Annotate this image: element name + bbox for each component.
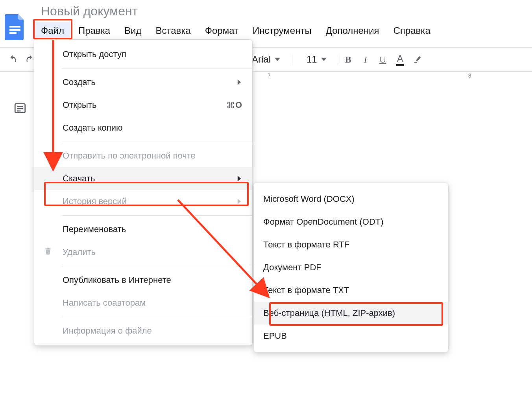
divider [62, 142, 252, 142]
submenu-arrow-icon [236, 79, 242, 85]
divider [62, 317, 252, 317]
docs-logo-icon[interactable] [5, 14, 25, 40]
download-pdf[interactable]: Документ PDF [254, 256, 448, 279]
font-family-select[interactable]: Arial [252, 54, 271, 65]
file-menu-dropdown: Открыть доступ Создать Открыть O Создать… [34, 39, 253, 346]
download-docx[interactable]: Microsoft Word (DOCX) [254, 188, 448, 210]
download-pdf-label: Документ PDF [263, 262, 321, 273]
download-html-label: Веб-страница (HTML, ZIP-архив) [263, 308, 395, 318]
menu-email-collaborators: Написать соавторам [34, 292, 252, 314]
menu-new[interactable]: Создать [34, 71, 252, 94]
menu-new-label: Создать [63, 77, 96, 87]
menu-details[interactable]: Информация о файле [34, 319, 252, 342]
menu-open[interactable]: Открыть O [34, 94, 252, 116]
divider [62, 68, 252, 68]
menu-download[interactable]: Скачать [34, 167, 252, 190]
command-key-icon [227, 101, 235, 109]
caret-down-icon [321, 57, 327, 62]
menu-open-shortcut-key: O [235, 100, 242, 110]
undo-button[interactable] [4, 51, 21, 68]
download-odt-label: Формат OpenDocument (ODT) [263, 217, 384, 227]
divider [62, 266, 252, 266]
ruler: 7 8 [252, 72, 532, 83]
ruler-tick-7: 7 [268, 72, 271, 79]
menu-insert[interactable]: Вставка [149, 22, 198, 39]
menu-version-history-label: История версий [63, 196, 127, 207]
menu-format[interactable]: Формат [198, 22, 246, 39]
menu-download-label: Скачать [63, 173, 95, 184]
italic-button[interactable]: I [357, 51, 374, 68]
download-rtf-label: Текст в формате RTF [263, 240, 349, 250]
font-controls: Arial 11 B I U A [252, 48, 426, 71]
svg-rect-1 [9, 29, 20, 31]
document-outline-button[interactable] [13, 101, 28, 116]
svg-rect-0 [9, 26, 20, 28]
menu-version-history[interactable]: История версий [34, 190, 252, 213]
underline-button[interactable]: U [374, 51, 392, 68]
download-epub[interactable]: EPUB [254, 325, 448, 347]
menu-email: Отправить по электронной почте [34, 144, 252, 167]
menu-share-label: Открыть доступ [63, 49, 126, 59]
submenu-arrow-icon [236, 176, 242, 181]
caret-down-icon [275, 57, 280, 62]
download-odt[interactable]: Формат OpenDocument (ODT) [254, 210, 448, 233]
menu-rename-label: Переименовать [63, 224, 126, 234]
download-rtf[interactable]: Текст в формате RTF [254, 233, 448, 256]
divider [62, 215, 252, 216]
menu-publish[interactable]: Опубликовать в Интернете [34, 269, 252, 292]
highlight-button[interactable] [409, 51, 426, 68]
trash-icon [44, 247, 52, 258]
download-txt-label: Текст в формате TXT [263, 285, 349, 295]
download-epub-label: EPUB [263, 331, 287, 341]
font-size-select[interactable]: 11 [307, 54, 317, 65]
menu-tools[interactable]: Инструменты [246, 22, 319, 39]
bold-button[interactable]: B [340, 51, 357, 68]
menu-delete[interactable]: Удалить [34, 241, 252, 264]
menubar: Файл Правка Вид Вставка Формат Инструмен… [34, 22, 438, 39]
document-title[interactable]: Новый документ [41, 4, 138, 18]
download-docx-label: Microsoft Word (DOCX) [263, 194, 355, 204]
menu-delete-label: Удалить [63, 247, 96, 257]
menu-view[interactable]: Вид [117, 22, 148, 39]
menu-file[interactable]: Файл [34, 22, 71, 39]
svg-rect-2 [9, 32, 17, 34]
menu-edit[interactable]: Правка [71, 22, 117, 39]
download-submenu: Microsoft Word (DOCX) Формат OpenDocumen… [253, 183, 449, 352]
ruler-tick-8: 8 [468, 72, 471, 79]
menu-email-collaborators-label: Написать соавторам [63, 298, 146, 308]
menu-addons[interactable]: Дополнения [319, 22, 386, 39]
menu-share[interactable]: Открыть доступ [34, 43, 252, 66]
menu-open-shortcut: O [227, 100, 242, 110]
separator [337, 54, 337, 65]
submenu-arrow-icon [236, 199, 242, 204]
download-txt[interactable]: Текст в формате TXT [254, 279, 448, 302]
separator [292, 54, 292, 65]
download-html[interactable]: Веб-страница (HTML, ZIP-архив) [254, 302, 448, 325]
menu-make-copy-label: Создать копию [63, 123, 123, 133]
menu-rename[interactable]: Переименовать [34, 218, 252, 241]
menu-email-label: Отправить по электронной почте [63, 151, 196, 161]
menu-publish-label: Опубликовать в Интернете [63, 275, 171, 285]
menu-open-label: Открыть [63, 100, 96, 110]
menu-details-label: Информация о файле [63, 326, 152, 336]
text-color-button[interactable]: A [392, 51, 409, 68]
menu-help[interactable]: Справка [386, 22, 438, 39]
menu-make-copy[interactable]: Создать копию [34, 116, 252, 139]
